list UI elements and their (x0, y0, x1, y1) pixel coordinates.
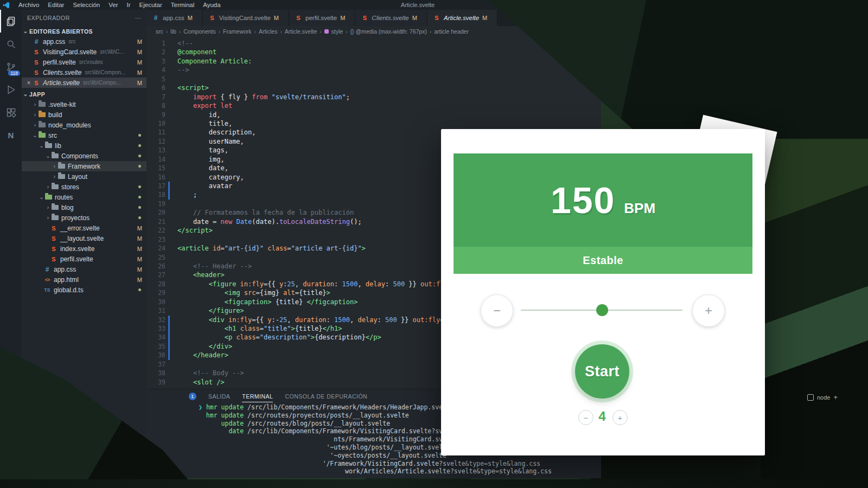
tree-item-proyectos[interactable]: ›proyectos (22, 213, 146, 223)
chevron-right-icon: › (44, 204, 52, 210)
chevron-right-icon: › (44, 184, 52, 190)
search-icon[interactable] (0, 33, 22, 55)
start-button[interactable]: Start (575, 344, 629, 399)
menu-item-terminal[interactable]: Terminal (167, 0, 199, 10)
line-number: 4 (146, 66, 165, 74)
nx-console-icon[interactable]: N (0, 124, 22, 146)
breadcrumb-item[interactable]: Framework (223, 28, 252, 35)
menu-item-ir[interactable]: Ir (123, 0, 135, 10)
breadcrumb-item[interactable]: {} @media (max-width: 767px) (350, 28, 427, 35)
line-number: 34 (146, 333, 165, 342)
activity-bar: 118 N (0, 10, 22, 478)
extensions-icon[interactable] (0, 101, 22, 124)
open-editors-section[interactable]: ⌄ EDITORES ABIERTOS (22, 26, 146, 36)
menu-item-ejecutar[interactable]: Ejecutar (135, 0, 167, 10)
explorer-icon[interactable] (0, 10, 22, 33)
file-tree: ›.svelte-kit›build›node_modules⌄src⌄lib⌄… (22, 99, 146, 295)
tempo-decrease-button[interactable]: − (481, 294, 513, 327)
open-editor-perfil.svelte[interactable]: Sperfil.sveltesrc\routesM (22, 57, 146, 67)
breadcrumb-item[interactable]: Article.svelte (285, 28, 317, 35)
line-number: 10 (146, 119, 165, 128)
tree-item-app.html[interactable]: <>app.htmlM (22, 274, 146, 285)
menu-item-ver[interactable]: Ver (104, 0, 122, 10)
line-number: 2 (146, 48, 165, 56)
tree-item-index.svelte[interactable]: Sindex.svelteM (22, 243, 146, 254)
panel-tab-consola de depuración[interactable]: CONSOLA DE DEPURACIÓN (285, 391, 367, 402)
breadcrumb-item[interactable]: src (156, 28, 163, 35)
tree-item-__error.svelte[interactable]: S__error.svelteM (22, 223, 146, 233)
tempo-slider-thumb[interactable] (596, 304, 608, 316)
source-control-icon[interactable]: 118 (0, 55, 22, 78)
breadcrumb-separator-icon: › (166, 29, 168, 35)
title-bar: ArchivoEditarSelecciónVerIrEjecutarTermi… (0, 0, 601, 10)
line-content: @component (177, 48, 216, 56)
tree-item-routes[interactable]: ⌄routes (22, 192, 146, 202)
tree-item-Components[interactable]: ⌄Components (22, 151, 146, 161)
folder-icon (58, 164, 65, 169)
line-content: <slot /> (177, 378, 225, 387)
breadcrumb-item[interactable]: Articles (259, 28, 277, 35)
menu-item-archivo[interactable]: Archivo (14, 0, 43, 10)
open-editor-path: src\lib\C... (100, 49, 124, 55)
run-debug-icon[interactable] (0, 78, 22, 101)
git-status-dot (138, 206, 141, 209)
chevron-right-icon: › (51, 163, 58, 169)
line-number: 7 (146, 93, 165, 101)
folder-icon (52, 184, 59, 189)
svelte-file-icon: S (33, 69, 40, 76)
tree-item-app.css[interactable]: #app.cssM (22, 264, 146, 274)
code-line: 10 title, (146, 119, 601, 128)
breadcrumb-item[interactable]: Components (183, 28, 216, 35)
tab-app.css[interactable]: #app.cssM (146, 10, 203, 26)
tree-item-Framework[interactable]: ›Framework (22, 161, 146, 171)
open-editor-app.css[interactable]: #app.csssrcM (22, 36, 146, 47)
chevron-down-icon: ⌄ (22, 28, 29, 35)
new-terminal-icon[interactable]: + (833, 393, 838, 401)
panel-tab-salida[interactable]: SALIDA (208, 391, 230, 402)
workspace-section[interactable]: ⌄ JAPP (22, 89, 146, 99)
code-line: 4--> (146, 66, 601, 74)
open-editor-Clients.svelte[interactable]: SClients.sveltesrc\lib\Compon...M (22, 67, 146, 78)
tab-Article.svelte[interactable]: SArticle.svelteM (427, 10, 497, 26)
line-number: 26 (146, 262, 165, 271)
panel-tab-terminal[interactable]: TERMINAL (242, 391, 273, 402)
menu-item-ayuda[interactable]: Ayuda (199, 0, 225, 10)
svelte-file-icon: S (361, 15, 368, 21)
close-icon[interactable]: × (25, 79, 33, 87)
tree-item-.svelte-kit[interactable]: ›.svelte-kit (22, 99, 146, 110)
menu-item-selección[interactable]: Selección (68, 0, 104, 10)
style-icon (324, 29, 329, 34)
breadcrumb-item[interactable]: article header (434, 28, 469, 35)
terminal-icon (807, 394, 814, 401)
tree-item-lib[interactable]: ⌄lib (22, 140, 146, 151)
open-editor-VisitingCard.svelte[interactable]: SVisitingCard.sveltesrc\lib\C...M (22, 47, 146, 57)
line-number: 18 (146, 190, 165, 199)
chevron-down-icon: ⌄ (22, 91, 29, 98)
tree-item-stores[interactable]: ›stores (22, 182, 146, 192)
tree-item-perfil.svelte[interactable]: Sperfil.svelteM (22, 254, 146, 264)
line-number: 11 (146, 128, 165, 137)
tree-item-blog[interactable]: ›blog (22, 202, 146, 213)
tempo-increase-button[interactable]: + (692, 294, 725, 327)
modified-badge: M (137, 225, 142, 232)
tree-item-Layout[interactable]: ›Layout (22, 171, 146, 182)
menu-item-editar[interactable]: Editar (43, 0, 68, 10)
more-actions-icon[interactable]: ⋯ (135, 15, 141, 21)
breadcrumb-item[interactable]: style (331, 28, 343, 35)
code-line: 5 (146, 75, 601, 84)
breadcrumb-item[interactable]: lib (170, 28, 176, 35)
beat-increase-button[interactable]: + (612, 410, 628, 425)
tree-item-node_modules[interactable]: ›node_modules (22, 120, 146, 130)
tab-perfil.svelte[interactable]: Sperfil.svelteM (289, 10, 355, 26)
open-editor-Article.svelte[interactable]: ×SArticle.sveltesrc\lib\Compo...M (22, 78, 146, 88)
tab-VisitingCard.svelte[interactable]: SVisitingCard.svelteM (203, 10, 289, 26)
tree-item-build[interactable]: ›build (22, 110, 146, 120)
tree-item-label: app.css (54, 266, 76, 273)
tree-item-global.d.ts[interactable]: TSglobal.d.ts (22, 285, 146, 295)
tree-item-__layout.svelte[interactable]: S__layout.svelteM (22, 233, 146, 243)
tab-Clients.svelte[interactable]: SClients.svelteM (355, 10, 427, 26)
tree-item-src[interactable]: ⌄src (22, 130, 146, 140)
line-content: img, (177, 155, 225, 164)
terminal-shell-picker[interactable]: node + (807, 393, 838, 401)
wallpaper-shard-right (761, 139, 868, 488)
